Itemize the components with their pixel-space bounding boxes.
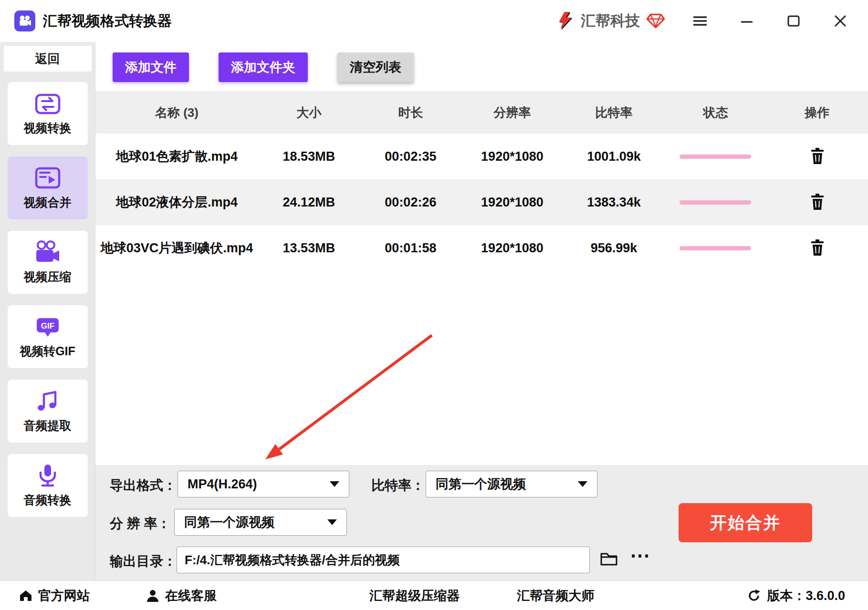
toolbar: 添加文件 添加文件夹 清空列表: [95, 42, 868, 92]
sidebar-item-label: 视频合并: [24, 195, 72, 210]
table-header-row: 名称 (3) 大小 时长 分辨率 比特率 状态 操作: [95, 92, 868, 134]
column-header-duration: 时长: [360, 104, 461, 121]
more-options-button[interactable]: ⋯: [627, 545, 653, 566]
main-panel: 添加文件 添加文件夹 清空列表 名称 (3) 大小 时长 分辨率 比特率 状态 …: [95, 42, 868, 580]
close-icon: [834, 14, 847, 28]
column-header-action: 操作: [766, 104, 868, 121]
open-folder-button[interactable]: [599, 550, 618, 569]
file-name: 地球02液体分层.mp4: [95, 194, 258, 211]
progress-bar: [680, 155, 751, 159]
clear-list-button[interactable]: 清空列表: [337, 52, 414, 82]
trash-icon: [810, 147, 825, 165]
chevron-down-icon: [330, 481, 339, 487]
video-convert-icon: [34, 91, 61, 116]
resolution-dropdown[interactable]: 同第一个源视频: [174, 509, 347, 536]
video-to-gif-icon: GIF: [34, 314, 61, 339]
brand-logo: 汇帮科技: [556, 11, 665, 31]
movie-camera-icon: [18, 14, 31, 28]
column-header-status: 状态: [665, 104, 766, 121]
delete-file-button[interactable]: [808, 191, 826, 214]
super-compressor-link[interactable]: 汇帮超级压缩器: [369, 587, 460, 604]
svg-text:GIF: GIF: [41, 321, 54, 331]
export-format-dropdown[interactable]: MP4(H.264): [178, 471, 349, 497]
audio-master-link[interactable]: 汇帮音频大师: [517, 587, 594, 604]
file-size: 24.12MB: [258, 195, 360, 210]
file-size: 18.53MB: [258, 149, 360, 164]
file-size: 13.53MB: [258, 241, 360, 256]
resolution-label: 分 辨 率：: [110, 515, 171, 533]
sidebar: 返回 视频转换 视: [0, 42, 95, 580]
minimize-icon: [740, 14, 753, 28]
resolution-value: 同第一个源视频: [184, 514, 274, 531]
start-merge-button[interactable]: 开始合并: [679, 503, 812, 542]
bitrate-dropdown[interactable]: 同第一个源视频: [426, 471, 597, 497]
lightning-bolt-icon: [556, 11, 576, 31]
file-resolution: 1920*1080: [461, 195, 563, 210]
titlebar: 汇帮视频格式转换器 汇帮科技: [0, 0, 868, 42]
table-row[interactable]: 地球02液体分层.mp4 24.12MB 00:02:26 1920*1080 …: [95, 179, 868, 225]
version-label: 版本：3.6.0.0: [767, 587, 845, 604]
app-logo-icon: [14, 10, 35, 31]
column-header-name: 名称 (3): [95, 104, 258, 121]
file-duration: 00:02:35: [360, 149, 461, 164]
video-compress-icon: [34, 240, 61, 265]
maximize-button[interactable]: [782, 10, 805, 32]
gem-icon: [647, 13, 665, 29]
export-format-label: 导出格式：: [110, 476, 177, 495]
version-check[interactable]: 版本：3.6.0.0: [747, 587, 845, 604]
sidebar-item-video-convert[interactable]: 视频转换: [8, 82, 88, 145]
file-duration: 00:02:26: [360, 195, 461, 210]
output-directory-label: 输出目录：: [110, 552, 177, 570]
column-header-size: 大小: [258, 104, 360, 121]
output-path-input[interactable]: [177, 547, 590, 573]
column-header-resolution: 分辨率: [461, 104, 563, 121]
sidebar-item-label: 视频转换: [24, 120, 72, 136]
close-button[interactable]: [829, 10, 852, 32]
file-bitrate: 956.99k: [563, 241, 665, 256]
official-website-link[interactable]: 官方网站: [19, 587, 90, 604]
column-header-bitrate: 比特率: [563, 104, 665, 121]
delete-file-button[interactable]: [808, 237, 826, 259]
home-icon: [19, 589, 32, 602]
sidebar-item-audio-extract[interactable]: 音频提取: [8, 380, 88, 443]
delete-file-button[interactable]: [808, 145, 826, 168]
folder-icon: [600, 551, 617, 566]
brand-name: 汇帮科技: [581, 11, 640, 31]
super-compressor-label: 汇帮超级压缩器: [369, 587, 460, 604]
sidebar-item-label: 音频提取: [24, 418, 72, 434]
sidebar-item-audio-convert[interactable]: 音频转换: [8, 454, 88, 517]
file-bitrate: 1001.09k: [563, 149, 665, 164]
back-button[interactable]: 返回: [4, 46, 92, 72]
sidebar-item-label: 视频转GIF: [20, 343, 75, 359]
sidebar-item-label: 视频压缩: [24, 269, 72, 285]
chevron-down-icon: [578, 481, 587, 487]
sidebar-item-video-to-gif[interactable]: GIF 视频转GIF: [8, 305, 88, 368]
minimize-button[interactable]: [735, 10, 758, 32]
bitrate-label: 比特率：: [371, 476, 425, 495]
audio-master-label: 汇帮音频大师: [517, 587, 594, 604]
output-settings-panel: 导出格式： MP4(H.264) 比特率： 同第一个源视频 分 辨 率： 同第一…: [95, 465, 868, 580]
video-merge-icon: [34, 165, 61, 190]
progress-bar: [680, 200, 751, 205]
sidebar-item-video-compress[interactable]: 视频压缩: [8, 231, 88, 294]
online-service-link[interactable]: 在线客服: [146, 587, 217, 604]
add-file-button[interactable]: 添加文件: [113, 52, 189, 82]
table-row[interactable]: 地球03VC片遇到碘伏.mp4 13.53MB 00:01:58 1920*10…: [95, 225, 868, 271]
online-service-label: 在线客服: [165, 587, 217, 604]
app-title: 汇帮视频格式转换器: [43, 11, 172, 31]
file-resolution: 1920*1080: [461, 241, 563, 256]
file-name: 地球03VC片遇到碘伏.mp4: [95, 239, 258, 257]
add-folder-button[interactable]: 添加文件夹: [219, 52, 308, 82]
progress-bar: [680, 246, 751, 250]
file-name: 地球01色素扩散.mp4: [95, 148, 258, 165]
statusbar: 官方网站 在线客服 汇帮超级压缩器 汇帮音频大师 版本：3.6.0.0: [0, 580, 868, 610]
person-icon: [146, 589, 159, 602]
maximize-icon: [787, 14, 800, 28]
menu-button[interactable]: [689, 10, 711, 32]
file-bitrate: 1383.34k: [563, 195, 665, 210]
official-website-label: 官方网站: [38, 587, 90, 604]
export-format-value: MP4(H.264): [188, 477, 257, 492]
table-row[interactable]: 地球01色素扩散.mp4 18.53MB 00:02:35 1920*1080 …: [95, 134, 868, 179]
sidebar-item-video-merge[interactable]: 视频合并: [8, 156, 88, 219]
sidebar-item-label: 音频转换: [24, 492, 72, 508]
